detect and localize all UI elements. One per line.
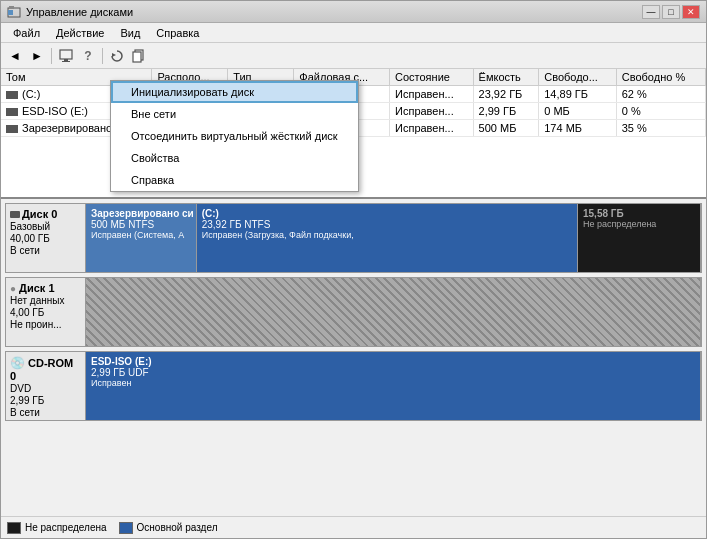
disk-row: 💿 CD-ROM 0 DVD 2,99 ГБ В сети ESD-ISO (E… <box>5 351 702 421</box>
partition-name: 15,58 ГБ <box>583 208 695 219</box>
cell-capacity: 500 МБ <box>473 120 539 137</box>
partition-status: Исправен (Загрузка, Файл подкачки, <box>202 230 572 240</box>
menu-file[interactable]: Файл <box>5 25 48 40</box>
cell-capacity: 23,92 ГБ <box>473 86 539 103</box>
context-menu-item[interactable]: Отсоединить виртуальный жёсткий диск <box>111 125 358 147</box>
cell-free-pct: 62 % <box>616 86 705 103</box>
partition-name: ESD-ISO (E:) <box>91 356 695 367</box>
col-free: Свободо... <box>539 69 617 86</box>
context-menu-item[interactable]: Справка <box>111 169 358 191</box>
title-bar-left: Управление дисками <box>7 5 133 19</box>
disk-label-status: Не проин... <box>10 319 81 330</box>
toolbar-help[interactable]: ? <box>78 46 98 66</box>
disk-label-type: Нет данных <box>10 295 81 306</box>
disk-row: Диск 0 Базовый 40,00 ГБ В сети Зарезерви… <box>5 203 702 273</box>
toolbar-copy[interactable] <box>129 46 149 66</box>
svg-rect-2 <box>8 10 13 15</box>
svg-rect-3 <box>60 50 72 59</box>
disk-label-size: 40,00 ГБ <box>10 233 81 244</box>
context-menu: Инициализировать дискВне сетиОтсоединить… <box>110 80 359 192</box>
cell-free: 0 МБ <box>539 103 617 120</box>
toolbar-refresh[interactable] <box>107 46 127 66</box>
menu-help[interactable]: Справка <box>148 25 207 40</box>
cell-free: 174 МБ <box>539 120 617 137</box>
context-menu-item[interactable]: Свойства <box>111 147 358 169</box>
cell-free: 14,89 ГБ <box>539 86 617 103</box>
disk-label: 💿 CD-ROM 0 DVD 2,99 ГБ В сети <box>6 352 86 420</box>
main-window: Управление дисками — □ ✕ Файл Действие В… <box>0 0 707 539</box>
col-capacity: Ёмкость <box>473 69 539 86</box>
svg-marker-6 <box>112 53 116 57</box>
cell-status: Исправен... <box>390 103 474 120</box>
cell-status: Исправен... <box>390 120 474 137</box>
disk-partitions: Зарезервировано си 500 МБ NTFS Исправен … <box>86 204 701 272</box>
legend-unallocated-label: Не распределена <box>25 522 107 533</box>
disk-label-size: 2,99 ГБ <box>10 395 81 406</box>
window-controls: — □ ✕ <box>642 5 700 19</box>
disk-label-status: В сети <box>10 245 81 256</box>
menu-view[interactable]: Вид <box>112 25 148 40</box>
disk-label-type: Базовый <box>10 221 81 232</box>
disk-partition[interactable] <box>86 278 701 346</box>
disk-label-type: DVD <box>10 383 81 394</box>
cell-free-pct: 0 % <box>616 103 705 120</box>
disk-panels-area: Диск 0 Базовый 40,00 ГБ В сети Зарезерви… <box>1 199 706 516</box>
svg-rect-5 <box>62 61 70 62</box>
cell-status: Исправен... <box>390 86 474 103</box>
menu-action[interactable]: Действие <box>48 25 112 40</box>
disk-label-size: 4,00 ГБ <box>10 307 81 318</box>
partition-name: Зарезервировано си <box>91 208 191 219</box>
cell-free-pct: 35 % <box>616 120 705 137</box>
disk-label-name: 💿 CD-ROM 0 <box>10 356 81 382</box>
disk-partition[interactable]: ESD-ISO (E:) 2,99 ГБ UDF Исправен <box>86 352 701 420</box>
disk-row: ● Диск 1 Нет данных 4,00 ГБ Не проин... <box>5 277 702 347</box>
disk-partitions <box>86 278 701 346</box>
toolbar: ◄ ► ? <box>1 43 706 69</box>
partition-name: (C:) <box>202 208 572 219</box>
title-bar: Управление дисками — □ ✕ <box>1 1 706 23</box>
disk-partition[interactable]: 15,58 ГБ Не распределена <box>578 204 701 272</box>
minimize-button[interactable]: — <box>642 5 660 19</box>
svg-rect-1 <box>9 6 14 9</box>
partition-status: Исправен (Система, А <box>91 230 191 240</box>
disk-label-name: ● Диск 1 <box>10 282 81 294</box>
cell-capacity: 2,99 ГБ <box>473 103 539 120</box>
toolbar-back[interactable]: ◄ <box>5 46 25 66</box>
disk-label: ● Диск 1 Нет данных 4,00 ГБ Не проин... <box>6 278 86 346</box>
legend-primary-icon <box>119 522 133 534</box>
toolbar-computer[interactable] <box>56 46 76 66</box>
partition-status: Исправен <box>91 378 695 388</box>
context-menu-item[interactable]: Инициализировать диск <box>111 81 358 103</box>
svg-rect-4 <box>64 59 68 61</box>
menu-bar: Файл Действие Вид Справка <box>1 23 706 43</box>
disk-label-name: Диск 0 <box>10 208 81 220</box>
legend-unallocated-icon <box>7 522 21 534</box>
toolbar-forward[interactable]: ► <box>27 46 47 66</box>
partition-size: 2,99 ГБ UDF <box>91 367 695 378</box>
svg-rect-8 <box>133 52 141 62</box>
col-status: Состояние <box>390 69 474 86</box>
context-menu-item[interactable]: Вне сети <box>111 103 358 125</box>
partition-status: Не распределена <box>583 219 695 229</box>
maximize-button[interactable]: □ <box>662 5 680 19</box>
close-button[interactable]: ✕ <box>682 5 700 19</box>
legend-unallocated: Не распределена <box>7 522 107 534</box>
window-title: Управление дисками <box>26 6 133 18</box>
toolbar-sep1 <box>51 48 52 64</box>
partition-size: 23,92 ГБ NTFS <box>202 219 572 230</box>
legend-bar: Не распределена Основной раздел <box>1 516 706 538</box>
toolbar-sep2 <box>102 48 103 64</box>
col-free-pct: Свободно % <box>616 69 705 86</box>
disk-partition[interactable]: Зарезервировано си 500 МБ NTFS Исправен … <box>86 204 197 272</box>
legend-primary: Основной раздел <box>119 522 218 534</box>
window-icon <box>7 5 21 19</box>
disk-label-status: В сети <box>10 407 81 418</box>
disk-label: Диск 0 Базовый 40,00 ГБ В сети <box>6 204 86 272</box>
disk-partitions: ESD-ISO (E:) 2,99 ГБ UDF Исправен <box>86 352 701 420</box>
legend-primary-label: Основной раздел <box>137 522 218 533</box>
partition-size: 500 МБ NTFS <box>91 219 191 230</box>
disk-partition[interactable]: (C:) 23,92 ГБ NTFS Исправен (Загрузка, Ф… <box>197 204 578 272</box>
